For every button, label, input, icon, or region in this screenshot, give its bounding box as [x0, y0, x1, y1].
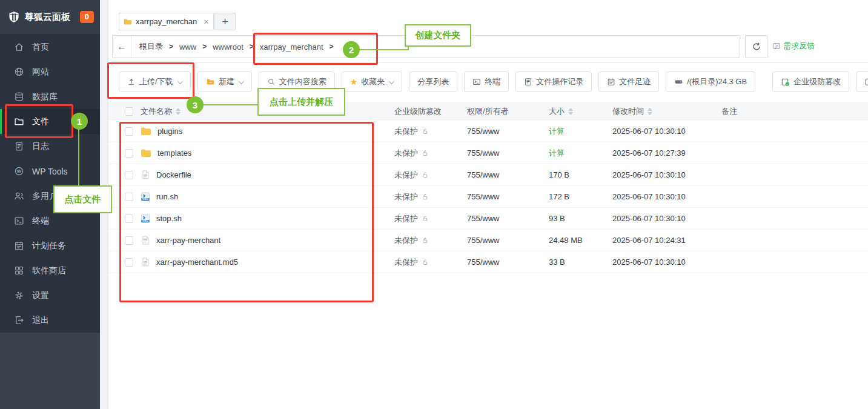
select-all-checkbox[interactable]: [125, 107, 133, 116]
sidebar-item-label: 设置: [32, 290, 49, 301]
size-calc-link[interactable]: 计算: [549, 126, 612, 137]
file-icon: [141, 170, 150, 180]
tab-xarrpay-merchant[interactable]: xarrpay_merchant ×: [119, 13, 214, 30]
file-sync-icon: [864, 78, 868, 87]
sidebar-item-label: 文件: [32, 116, 49, 127]
row-checkbox[interactable]: [125, 171, 133, 179]
breadcrumb-item-xarrpay-merchant[interactable]: xarrpay_merchant: [260, 42, 323, 52]
file-name[interactable]: xarr-pay-merchant: [156, 236, 220, 245]
unlock-icon: [421, 258, 429, 266]
row-checkbox[interactable]: [125, 236, 133, 245]
file-name[interactable]: run.sh: [156, 192, 178, 201]
terminal-icon: [14, 216, 24, 226]
sidebar-item-cron[interactable]: 计划任务: [0, 233, 100, 258]
disk-usage-button[interactable]: /(根目录)24.3 GB: [666, 71, 755, 92]
breadcrumb-item-www[interactable]: www: [179, 42, 196, 52]
terminal-button[interactable]: 终端: [464, 71, 509, 92]
gear-icon: [14, 290, 24, 301]
chevron-right-icon: >: [202, 42, 207, 51]
file-footprint-button[interactable]: 文件足迹: [598, 71, 659, 92]
table-row[interactable]: templates 未保护 755/www 计算 2025-06-07 10:2…: [108, 142, 868, 164]
sidebar-item-settings[interactable]: 设置: [0, 283, 100, 308]
shell-icon: SHELL: [141, 191, 150, 202]
sidebar-item-label: 日志: [32, 141, 49, 152]
column-size: 大小: [549, 106, 565, 117]
file-name[interactable]: Dockerfile: [156, 170, 191, 179]
sidebar-item-website[interactable]: 网站: [0, 59, 100, 84]
table-row[interactable]: SHELL stop.sh 未保护 755/www 93 B 2025-06-0…: [108, 208, 868, 230]
table-row[interactable]: Dockerfile 未保护 755/www 170 B 2025-06-07 …: [108, 164, 868, 186]
table-row[interactable]: SHELL run.sh 未保护 755/www 172 B 2025-06-0…: [108, 186, 868, 208]
owner: 755/www: [467, 236, 549, 245]
refresh-button[interactable]: [745, 35, 767, 58]
sidebar-footer: [0, 333, 100, 409]
sidebar-item-appstore[interactable]: 软件商店: [0, 258, 100, 283]
feedback-link[interactable]: 需求反馈: [772, 41, 815, 52]
modified-time: 2025-06-07 10:30:10: [612, 214, 721, 223]
row-checkbox[interactable]: [125, 149, 133, 158]
sidebar-item-files[interactable]: 文件: [0, 109, 100, 134]
sidebar-item-logout[interactable]: 退出: [0, 308, 100, 333]
folder-icon: [14, 116, 24, 127]
log-icon: [14, 141, 24, 151]
terminal-icon: [472, 78, 481, 86]
file-name[interactable]: plugins: [157, 127, 182, 136]
content-search-button[interactable]: 文件内容搜索: [259, 71, 335, 92]
sidebar-item-label: 多用户: [32, 191, 58, 202]
notification-badge[interactable]: 0: [80, 11, 94, 23]
sidebar-item-terminal[interactable]: 终端: [0, 208, 100, 233]
star-icon: ★: [350, 78, 358, 86]
column-name: 文件名称: [141, 106, 172, 117]
tamper-proof-button[interactable]: 企业级防篡改: [772, 71, 849, 92]
file-name[interactable]: templates: [157, 148, 191, 158]
wordpress-icon: W: [14, 166, 24, 176]
modified-time: 2025-06-07 10:30:10: [612, 192, 721, 201]
sidebar-item-logs[interactable]: 日志: [0, 134, 100, 159]
close-icon[interactable]: ×: [204, 17, 209, 26]
row-checkbox[interactable]: [125, 214, 133, 223]
tamper-status: 未保护: [394, 148, 418, 159]
file-name[interactable]: stop.sh: [156, 214, 182, 223]
share-list-button[interactable]: 分享列表: [409, 71, 457, 92]
table-row[interactable]: xarr-pay-merchant.md5 未保护 755/www 33 B 2…: [108, 251, 868, 273]
table-row[interactable]: plugins 未保护 755/www 计算 2025-06-07 10:30:…: [108, 121, 868, 142]
new-button[interactable]: 新建: [197, 71, 252, 92]
sort-icon[interactable]: [648, 108, 652, 115]
file-operation-log-button[interactable]: 文件操作记录: [515, 71, 592, 92]
folder-icon: [141, 126, 151, 136]
row-checkbox[interactable]: [125, 193, 133, 201]
sidebar-item-multiuser[interactable]: 多用户: [0, 184, 100, 208]
favorites-button[interactable]: ★ 收藏夹: [342, 71, 403, 92]
modified-time: 2025-06-07 10:30:10: [612, 170, 721, 179]
breadcrumb-item-wwwroot[interactable]: wwwroot: [213, 42, 244, 52]
row-checkbox[interactable]: [125, 127, 133, 136]
breadcrumb-item-root[interactable]: 根目录: [139, 41, 163, 52]
file-sync-button[interactable]: 文件同步: [856, 71, 868, 92]
size-calc-link[interactable]: 计算: [549, 148, 612, 159]
sort-icon[interactable]: [176, 108, 181, 115]
size: 93 B: [549, 214, 612, 223]
table-row[interactable]: xarr-pay-merchant 未保护 755/www 24.48 MB 2…: [108, 230, 868, 251]
sidebar-item-label: 数据库: [32, 91, 58, 102]
sidebar-item-database[interactable]: 数据库: [0, 84, 100, 109]
unlock-icon: [421, 236, 429, 244]
shell-icon: SHELL: [141, 213, 150, 224]
breadcrumb: 根目录 > www > wwwroot > xarrpay_merchant >: [131, 41, 334, 52]
modified-time: 2025-06-07 10:24:31: [612, 236, 721, 245]
logo-row: 尊狐云面板 0: [0, 0, 100, 34]
tamper-status: 未保护: [394, 126, 418, 137]
globe-icon: [14, 67, 24, 77]
tamper-shield-icon: [781, 78, 790, 87]
row-checkbox[interactable]: [125, 258, 133, 267]
back-button[interactable]: ←: [113, 36, 131, 58]
sidebar-item-home[interactable]: 首页: [0, 35, 100, 59]
sort-icon[interactable]: [568, 108, 573, 115]
tamper-status: 未保护: [394, 191, 418, 202]
file-name[interactable]: xarr-pay-merchant.md5: [156, 258, 238, 267]
sidebar-item-wp-tools[interactable]: W WP Tools: [0, 159, 100, 184]
add-tab-button[interactable]: +: [214, 13, 236, 30]
svg-text:SHELL: SHELL: [142, 198, 149, 201]
modified-time: 2025-06-07 10:27:39: [612, 148, 721, 158]
column-note: 备注: [721, 106, 868, 117]
upload-download-button[interactable]: 上传/下载: [119, 71, 191, 92]
